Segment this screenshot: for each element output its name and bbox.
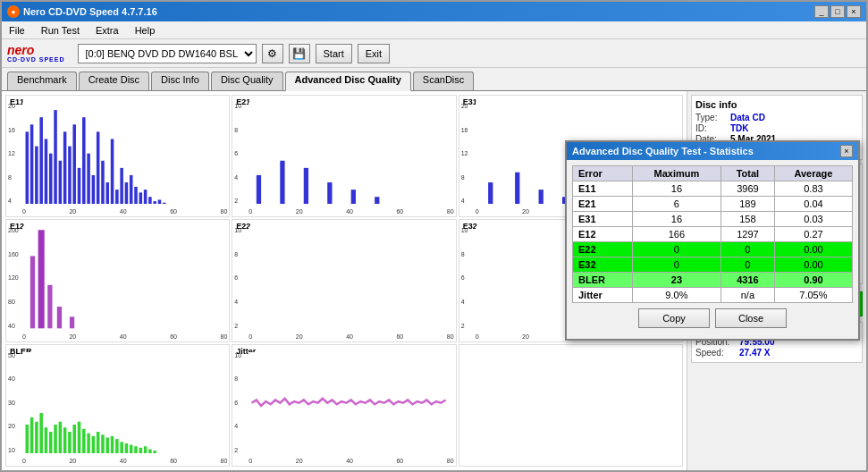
svg-rect-63	[111, 436, 114, 453]
stats-title-text: Advanced Disc Quality Test - Statistics	[572, 146, 754, 156]
cell-maximum: 0	[632, 257, 721, 273]
stats-buttons: Copy Close	[572, 303, 853, 333]
cell-average: 0.83	[774, 181, 852, 197]
start-button[interactable]: Start	[316, 44, 352, 63]
svg-rect-48	[39, 413, 43, 453]
chart-e22-yaxis: 10 8 6 4 2	[234, 227, 241, 328]
cell-maximum: 16	[632, 181, 721, 197]
tab-disc-quality[interactable]: Disc Quality	[211, 72, 283, 90]
stats-close-x-button[interactable]: ×	[840, 145, 853, 157]
svg-rect-66	[125, 443, 129, 453]
menu-help[interactable]: Help	[131, 24, 159, 37]
table-row: E31 16 158 0.03	[573, 212, 853, 227]
svg-rect-42	[47, 285, 52, 329]
svg-rect-2	[35, 147, 38, 205]
chart-bler-xaxis: 0 20 40 60 80	[22, 458, 227, 464]
chart-e22: E22 10 8 6 4 2 0 20 40 60 80	[232, 219, 456, 341]
cell-average: 0.03	[774, 212, 852, 227]
tab-disc-info[interactable]: Disc Info	[151, 72, 209, 90]
svg-rect-64	[115, 439, 119, 453]
drive-selector[interactable]: [0:0] BENQ DVD DD DW1640 BSLB	[78, 44, 257, 63]
svg-rect-22	[130, 175, 133, 204]
cell-total: n/a	[721, 288, 774, 303]
chart-e11-yaxis: 20 16 12 8 4	[8, 103, 15, 204]
svg-rect-38	[538, 190, 543, 204]
svg-rect-21	[125, 182, 129, 204]
save-icon-button[interactable]: 💾	[289, 44, 310, 63]
chart-e22-plot	[249, 227, 453, 328]
svg-rect-49	[45, 427, 48, 453]
menu-file[interactable]: File	[5, 24, 29, 37]
title-bar-left: ● Nero CD-DVD Speed 4.7.7.16	[7, 5, 157, 18]
close-button[interactable]: Close	[715, 308, 787, 328]
svg-rect-31	[281, 161, 285, 205]
svg-rect-26	[148, 197, 152, 204]
svg-rect-47	[35, 421, 38, 453]
chart-e21-yaxis: 10 8 6 4 2	[234, 103, 241, 204]
cell-error: E21	[573, 197, 633, 212]
table-row: E11 16 3969 0.83	[573, 181, 853, 197]
svg-rect-6	[54, 110, 57, 204]
cell-error: E11	[573, 181, 633, 197]
table-row: Jitter 9.0% n/a 7.05%	[573, 288, 853, 303]
svg-rect-28	[158, 199, 162, 204]
cell-error: Jitter	[573, 288, 633, 303]
cell-maximum: 23	[632, 273, 721, 288]
app-icon: ●	[7, 5, 20, 18]
svg-rect-52	[59, 421, 63, 453]
stats-title-bar: Advanced Disc Quality Test - Statistics …	[567, 142, 858, 160]
maximize-button[interactable]: □	[830, 5, 845, 18]
svg-rect-12	[82, 117, 86, 204]
col-error: Error	[573, 166, 633, 181]
cell-error: BLER	[573, 273, 633, 288]
menu-bar: File Run Test Extra Help	[2, 21, 866, 39]
cell-average: 0.90	[774, 273, 852, 288]
chart-e11-plot	[22, 103, 227, 204]
speed-label: Speed:	[695, 348, 736, 358]
svg-rect-25	[144, 190, 147, 204]
stats-dialog: Advanced Disc Quality Test - Statistics …	[565, 140, 860, 341]
svg-rect-37	[515, 173, 519, 205]
drive-icon-button[interactable]: ⚙	[262, 44, 283, 63]
cell-total: 1297	[721, 227, 774, 242]
cell-error: E12	[573, 227, 633, 242]
svg-rect-69	[139, 448, 143, 453]
svg-rect-50	[49, 432, 53, 453]
svg-rect-55	[72, 425, 76, 453]
svg-rect-65	[120, 442, 123, 453]
main-window: ● Nero CD-DVD Speed 4.7.7.16 _ □ × File …	[0, 0, 868, 472]
svg-rect-54	[68, 432, 72, 453]
svg-rect-16	[101, 161, 105, 205]
stats-table: Error Maximum Total Average E11 16 3969 …	[572, 165, 853, 303]
close-button[interactable]: ×	[847, 5, 861, 18]
menu-extra[interactable]: Extra	[92, 24, 122, 37]
svg-rect-56	[78, 421, 81, 453]
menu-run-test[interactable]: Run Test	[38, 24, 83, 37]
svg-rect-45	[26, 425, 29, 453]
disc-id-row: ID: TDK	[695, 123, 858, 133]
disc-type-row: Type: Data CD	[695, 113, 858, 122]
svg-rect-13	[87, 154, 90, 205]
svg-rect-20	[120, 168, 123, 204]
svg-rect-15	[97, 131, 100, 204]
svg-rect-58	[87, 433, 90, 453]
table-row: E22 0 0 0.00	[573, 242, 853, 257]
cell-maximum: 9.0%	[632, 288, 721, 303]
tab-create-disc[interactable]: Create Disc	[79, 72, 149, 90]
cell-total: 3969	[721, 181, 774, 197]
exit-button[interactable]: Exit	[358, 44, 390, 63]
svg-rect-44	[70, 317, 74, 329]
chart-e32-yaxis: 10 8 6 4 2	[461, 227, 468, 328]
tab-advanced-disc-quality[interactable]: Advanced Disc Quality	[285, 72, 411, 91]
tab-benchmark[interactable]: Benchmark	[7, 72, 77, 90]
chart-e21-xaxis: 0 20 40 60 80	[249, 208, 453, 215]
disc-id-value: TDK	[730, 123, 749, 133]
chart-bler-yaxis: 50 40 30 20 10	[8, 352, 15, 453]
chart-e12-plot	[22, 227, 227, 328]
copy-button[interactable]: Copy	[638, 308, 710, 328]
chart-e11-xaxis: 0 20 40 60 80	[22, 208, 227, 215]
cell-total: 0	[721, 242, 774, 257]
svg-rect-57	[82, 428, 86, 453]
tab-scan-disc[interactable]: ScanDisc	[413, 72, 474, 90]
minimize-button[interactable]: _	[814, 5, 829, 18]
